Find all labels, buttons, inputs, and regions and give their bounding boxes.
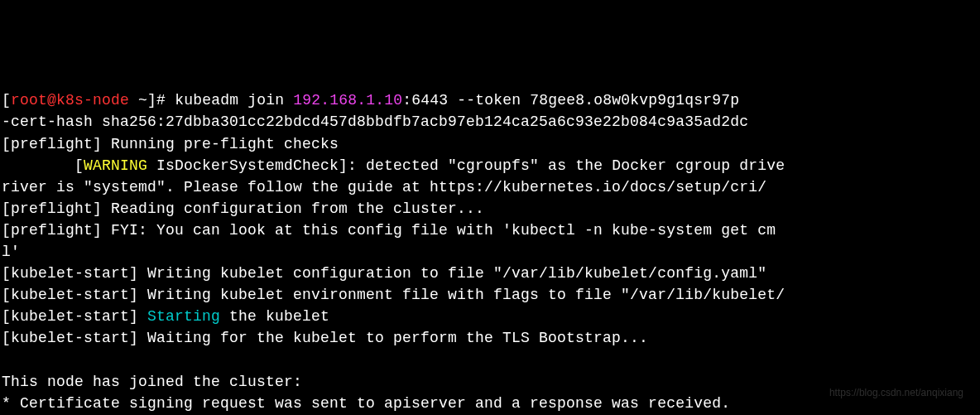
warning-indent: [ — [2, 157, 84, 174]
prompt-close: ] — [147, 92, 156, 109]
output-kubelet-1: [kubelet-start] Writing kubelet configur… — [2, 265, 766, 282]
command-line2: -cert-hash sha256:27dbba301cc22bdcd457d8… — [2, 113, 748, 130]
prompt-cwd: ~ — [138, 92, 147, 109]
command-ip: 192.168.1.10 — [293, 92, 402, 109]
output-preflight-1: [preflight] Running pre-flight checks — [2, 136, 339, 152]
prompt-symbol: # — [156, 92, 166, 109]
output-kubelet-2: [kubelet-start] Writing kubelet environm… — [2, 287, 785, 303]
output-preflight-3b: l' — [2, 244, 20, 260]
output-joined-bullet-1: * Certificate signing request was sent t… — [2, 395, 730, 412]
output-river: river is "systemd". Please follow the gu… — [2, 179, 766, 195]
output-preflight-2: [preflight] Reading configuration from t… — [2, 200, 484, 217]
output-kubelet-4: [kubelet-start] Waiting for the kubelet … — [2, 330, 648, 346]
command-flags: --token 78gee8.o8w0kvp9g1qsr97p — [448, 92, 739, 109]
output-kubelet-starting: Starting — [147, 308, 220, 325]
output-joined-header: This node has joined the cluster: — [2, 374, 302, 390]
watermark: https://blog.csdn.net/anqixiang — [829, 386, 963, 400]
terminal[interactable]: [root@k8s-node ~]# kubeadm join 192.168.… — [2, 89, 978, 415]
prompt-user-host: root@k8s-node — [11, 92, 129, 109]
command-port: :6443 — [402, 92, 448, 109]
command-join: kubeadm join — [175, 92, 293, 109]
prompt-open: [ — [2, 92, 11, 109]
warning-rest: IsDockerSystemdCheck]: detected "cgroupf… — [147, 157, 785, 174]
output-kubelet-3-suffix: the kubelet — [220, 308, 329, 325]
prompt-space — [129, 92, 138, 109]
output-preflight-3: [preflight] FYI: You can look at this co… — [2, 222, 776, 239]
warning-tag: WARNING — [84, 157, 147, 174]
output-kubelet-3-prefix: [kubelet-start] — [2, 308, 147, 325]
prompt-space2 — [166, 92, 175, 109]
